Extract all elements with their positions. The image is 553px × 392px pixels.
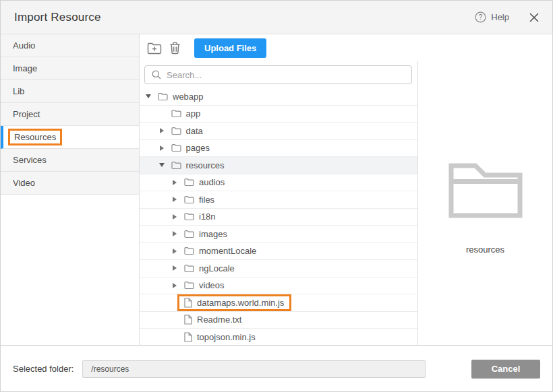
cancel-button[interactable]: Cancel	[471, 360, 540, 379]
detail-panel: resources	[418, 61, 552, 345]
file-icon	[184, 332, 192, 342]
sidebar-item-services[interactable]: Services	[1, 149, 139, 172]
tree-row[interactable]: Readme.txt	[140, 312, 417, 329]
chevron-right-icon[interactable]	[171, 180, 178, 185]
chevron-right-icon[interactable]	[171, 265, 178, 271]
content-area: webappappdatapagesresourcesaudiosfilesi1…	[140, 61, 552, 345]
tree-row[interactable]: ngLocale	[140, 260, 417, 277]
sidebar-item-label: Image	[13, 63, 37, 73]
sidebar-item-label: Resources	[8, 129, 62, 145]
folder-icon	[184, 281, 194, 290]
help-button[interactable]: ? Help	[475, 11, 509, 23]
dialog-header: Import Resource ? Help	[1, 1, 552, 34]
sidebar-item-resources[interactable]: Resources	[1, 126, 139, 149]
sidebar-item-label: Video	[13, 178, 35, 188]
tree-row[interactable]: webapp	[140, 88, 417, 106]
chevron-right-icon[interactable]	[171, 249, 178, 254]
upload-files-button[interactable]: Upload Files	[194, 38, 266, 58]
sidebar-item-lib[interactable]: Lib	[1, 80, 139, 103]
folder-icon	[158, 92, 168, 101]
folder-icon	[184, 212, 194, 221]
add-folder-icon[interactable]	[147, 42, 162, 55]
chevron-right-icon[interactable]	[158, 145, 165, 151]
page-title: Import Resource	[14, 11, 101, 24]
tree-row[interactable]: audios	[140, 174, 417, 192]
tree-row-label: datamaps.world.min.js	[197, 298, 284, 308]
tree-row-label: Readme.txt	[197, 315, 241, 325]
tree-row[interactable]: topojson.min.js	[140, 329, 417, 345]
sidebar: AudioImageLibProjectResourcesServicesVid…	[1, 34, 139, 345]
tree-row-label: videos	[199, 280, 225, 290]
folder-icon	[184, 264, 194, 273]
annotation-highlight-box: datamaps.world.min.js	[177, 294, 291, 311]
sidebar-item-label: Lib	[13, 86, 24, 96]
search-wrap	[140, 61, 417, 88]
dialog-footer: Selected folder: Cancel	[1, 345, 552, 391]
selected-folder-label: Selected folder:	[13, 364, 74, 374]
folder-icon	[171, 161, 181, 170]
tree-row[interactable]: pages	[140, 140, 417, 158]
tree-row[interactable]: app	[140, 106, 417, 123]
file-tree: webappappdatapagesresourcesaudiosfilesi1…	[140, 88, 417, 345]
file-icon	[184, 298, 192, 308]
tree-row[interactable]: data	[140, 123, 417, 140]
tree-row-label: audios	[199, 177, 225, 187]
folder-icon	[184, 195, 194, 204]
tree-row[interactable]: i18n	[140, 209, 417, 226]
tree-row-label: momentLocale	[199, 246, 256, 256]
sidebar-item-project[interactable]: Project	[1, 103, 139, 126]
chevron-right-icon[interactable]	[171, 231, 178, 236]
selected-folder-name: resources	[466, 244, 504, 255]
sidebar-item-video[interactable]: Video	[1, 172, 139, 195]
tree-row-label: resources	[186, 160, 225, 170]
tree-row-label: app	[186, 108, 201, 119]
dialog-body: AudioImageLibProjectResourcesServicesVid…	[1, 34, 552, 345]
tree-row-label: pages	[186, 143, 210, 153]
folder-icon	[184, 247, 194, 255]
trash-icon[interactable]	[169, 42, 181, 55]
tree-row-label: ngLocale	[199, 263, 235, 273]
search-icon	[152, 70, 161, 79]
search-box[interactable]	[144, 65, 412, 84]
sidebar-item-audio[interactable]: Audio	[1, 34, 139, 57]
close-icon[interactable]	[529, 13, 539, 22]
folder-icon	[171, 143, 181, 152]
import-resource-dialog: Import Resource ? Help AudioImageLibProj…	[0, 0, 553, 392]
chevron-down-icon[interactable]	[145, 94, 152, 98]
main-panel: Upload Files webappappdatapagesresources…	[139, 34, 552, 345]
tree-row[interactable]: videos	[140, 277, 417, 295]
tree-row-label: data	[186, 126, 203, 136]
chevron-right-icon[interactable]	[171, 197, 178, 202]
chevron-down-icon[interactable]	[158, 163, 165, 167]
sidebar-item-image[interactable]: Image	[1, 57, 139, 80]
big-folder-icon	[445, 157, 526, 224]
folder-icon	[171, 127, 181, 135]
tree-row-label: files	[199, 195, 214, 205]
help-label: Help	[491, 12, 509, 22]
selected-folder-path-input[interactable]	[82, 360, 426, 378]
file-tree-panel: webappappdatapagesresourcesaudiosfilesi1…	[140, 61, 418, 345]
tree-row[interactable]: datamaps.world.min.js	[140, 294, 417, 312]
chevron-right-icon[interactable]	[158, 128, 165, 133]
tree-row[interactable]: momentLocale	[140, 243, 417, 261]
tree-row[interactable]: images	[140, 226, 417, 243]
tree-row-label: topojson.min.js	[197, 332, 256, 342]
tree-row[interactable]: resources	[140, 157, 417, 174]
tree-row-label: webapp	[173, 92, 204, 102]
chevron-right-icon[interactable]	[171, 214, 178, 220]
toolbar: Upload Files	[140, 34, 552, 61]
tree-row-label: images	[199, 229, 227, 239]
tree-row-label: i18n	[199, 211, 216, 222]
folder-icon	[184, 178, 194, 187]
chevron-right-icon[interactable]	[171, 283, 178, 288]
sidebar-item-label: Project	[13, 109, 40, 119]
search-input[interactable]	[167, 70, 405, 80]
sidebar-item-label: Services	[13, 155, 47, 165]
tree-row[interactable]: files	[140, 191, 417, 209]
file-icon	[184, 315, 192, 325]
folder-icon	[184, 230, 194, 238]
folder-icon	[171, 109, 181, 118]
sidebar-item-label: Audio	[13, 40, 35, 51]
svg-text:?: ?	[479, 13, 483, 21]
help-question-icon: ?	[475, 11, 486, 23]
